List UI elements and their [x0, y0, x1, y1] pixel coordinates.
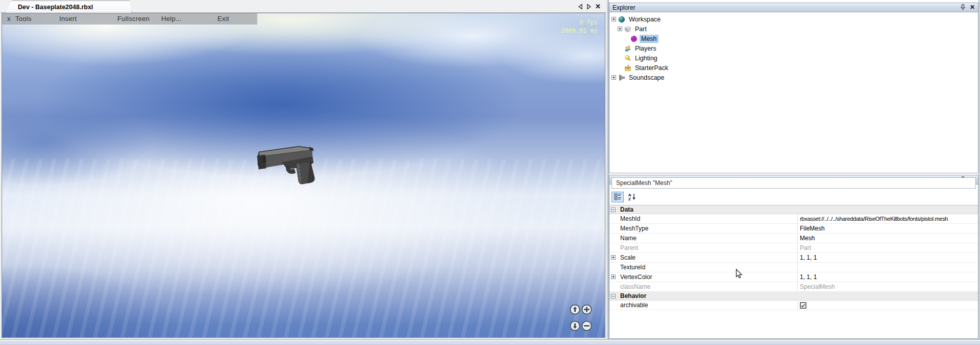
- explorer-title: Explorer: [612, 4, 635, 11]
- property-name: Name: [609, 234, 798, 243]
- tree-item-label: StarterPack: [633, 64, 670, 72]
- selected-object-header: SpecialMesh "Mesh": [611, 177, 976, 189]
- frame-time-value: 2009.91 ms: [561, 27, 598, 35]
- menu-item-fullscreen[interactable]: Fullscreen: [117, 15, 150, 22]
- explorer-tree: WorkspacePartMeshPlayersLightingStarterP…: [609, 12, 978, 82]
- menu-item-tools[interactable]: Tools: [15, 15, 32, 22]
- property-row-classname[interactable]: className SpecialMesh: [609, 282, 978, 292]
- properties-grid: DataMeshId rbxasset://../../../shareddat…: [609, 205, 978, 310]
- tree-item-part[interactable]: Part: [609, 24, 978, 34]
- section-label: Data: [609, 205, 798, 214]
- property-value[interactable]: FileMesh: [800, 225, 825, 232]
- explorer-titlebar: Explorer ✕: [609, 3, 978, 12]
- property-name: TextureId: [609, 263, 798, 272]
- tree-item-label: Part: [633, 25, 648, 33]
- right-dock-column: Explorer ✕ WorkspacePartMeshPlayersLight…: [609, 0, 978, 339]
- expand-plus-icon[interactable]: [611, 274, 616, 279]
- property-row-parent[interactable]: Parent Part: [609, 243, 978, 253]
- globe-icon: [618, 16, 625, 23]
- tree-item-label: Soundscape: [627, 74, 666, 82]
- property-row-textureid[interactable]: TextureId: [609, 263, 978, 272]
- mdi-next-icon[interactable]: [586, 4, 592, 10]
- 3d-viewport[interactable]: x Tools Insert Fullscreen Help... Exit 0…: [2, 13, 605, 338]
- menu-item-help[interactable]: Help...: [161, 15, 182, 22]
- mdi-prev-icon[interactable]: [578, 4, 583, 10]
- menu-item-insert[interactable]: Insert: [59, 15, 77, 22]
- tree-item-label: Lighting: [633, 54, 659, 62]
- svg-text:Z: Z: [628, 197, 631, 201]
- tree-item-players[interactable]: Players: [609, 43, 978, 53]
- property-row-scale[interactable]: Scale 1, 1, 1: [609, 253, 978, 263]
- property-name: Scale: [609, 253, 798, 262]
- tree-item-mesh[interactable]: Mesh: [609, 34, 978, 43]
- tree-item-lighting[interactable]: Lighting: [609, 53, 978, 63]
- fps-value: 0 fps: [561, 18, 598, 27]
- property-name: className: [609, 282, 798, 291]
- properties-panel: Properties ✕ SpecialMesh "Mesh" AZ DataM…: [609, 175, 978, 339]
- property-name: MeshId: [609, 214, 798, 223]
- selected-object-label: SpecialMesh "Mesh": [616, 179, 672, 187]
- expand-plus-icon[interactable]: [611, 17, 616, 21]
- section-label: Behavior: [609, 292, 798, 300]
- property-row-meshid[interactable]: MeshId rbxasset://../../../shareddata/Ri…: [609, 214, 978, 224]
- tree-item-label: Workspace: [627, 15, 662, 24]
- light-bulb-icon: [624, 55, 631, 62]
- tree-item-label: Players: [633, 44, 658, 53]
- categorized-view-button[interactable]: [611, 192, 624, 202]
- menu-item-exit[interactable]: Exit: [217, 15, 229, 22]
- tree-item-starterpack[interactable]: StarterPack: [609, 63, 978, 73]
- collapse-minus-icon[interactable]: [611, 208, 616, 212]
- property-name: archivable: [609, 301, 798, 310]
- magenta-sphere-icon: [630, 35, 638, 42]
- gray-cube-icon: [624, 26, 631, 33]
- mdi-close-icon[interactable]: ✕: [595, 3, 601, 10]
- property-value[interactable]: rbxasset://../../../shareddata/RiseOfThe…: [800, 216, 948, 222]
- property-value[interactable]: 1, 1, 1: [800, 254, 817, 261]
- menu-bar: x Tools Insert Fullscreen Help... Exit: [2, 13, 257, 25]
- property-row-archivable[interactable]: archivable: [609, 301, 978, 310]
- property-value: SpecialMesh: [800, 283, 835, 290]
- menu-close-x[interactable]: x: [7, 15, 11, 22]
- sort-alphabetical-button[interactable]: AZ: [626, 192, 638, 202]
- section-header-behavior[interactable]: Behavior: [609, 292, 978, 301]
- property-value[interactable]: Mesh: [800, 235, 815, 242]
- expand-plus-icon[interactable]: [611, 255, 616, 260]
- explorer-close-icon[interactable]: ✕: [970, 4, 975, 11]
- property-name: Parent: [609, 243, 798, 252]
- tree-item-workspace[interactable]: Workspace: [609, 14, 978, 24]
- document-tab-title: Dev - Baseplate2048.rbxl: [18, 4, 93, 11]
- expand-plus-icon[interactable]: [618, 27, 622, 31]
- property-name: MeshType: [609, 224, 798, 233]
- properties-toolbar: AZ: [611, 191, 638, 203]
- pin-icon[interactable]: [961, 4, 965, 11]
- fps-overlay: 0 fps 2009.91 ms: [561, 18, 598, 35]
- speaker-icon: [618, 74, 625, 81]
- roblox-studio-window: Dev - Baseplate2048.rbxl ✕: [0, 0, 980, 345]
- tilt-down-button[interactable]: [570, 320, 580, 331]
- two-people-icon: [624, 45, 631, 52]
- viewport-window: Dev - Baseplate2048.rbxl ✕: [0, 0, 607, 339]
- expand-plus-icon[interactable]: [611, 75, 616, 80]
- camera-nav-buttons: [570, 304, 592, 331]
- tilt-up-button[interactable]: [570, 304, 580, 315]
- tab-bar: Dev - Baseplate2048.rbxl ✕: [0, 0, 607, 13]
- property-value[interactable]: 1, 1, 1: [800, 273, 817, 281]
- zoom-out-button[interactable]: [581, 320, 592, 331]
- property-row-vertexcolor[interactable]: VertexColor 1, 1, 1: [609, 272, 978, 282]
- property-name: VertexColor: [609, 272, 798, 282]
- property-value: Part: [800, 244, 811, 251]
- collapse-minus-icon[interactable]: [611, 294, 616, 298]
- explorer-panel: Explorer ✕ WorkspacePartMeshPlayersLight…: [609, 3, 978, 173]
- section-header-data[interactable]: Data: [609, 205, 978, 214]
- pistol-mesh-object[interactable]: [253, 142, 320, 189]
- pack-box-icon: [624, 64, 631, 72]
- property-row-name[interactable]: Name Mesh: [609, 234, 978, 243]
- tree-item-label: Mesh: [640, 35, 658, 43]
- zoom-in-button[interactable]: [581, 304, 592, 315]
- property-row-meshtype[interactable]: MeshType FileMesh: [609, 224, 978, 234]
- document-tab[interactable]: Dev - Baseplate2048.rbxl: [5, 1, 132, 13]
- archivable-checkbox[interactable]: [800, 302, 806, 309]
- bottom-dock-strip: [0, 339, 980, 345]
- tree-item-soundscape[interactable]: Soundscape: [609, 73, 978, 82]
